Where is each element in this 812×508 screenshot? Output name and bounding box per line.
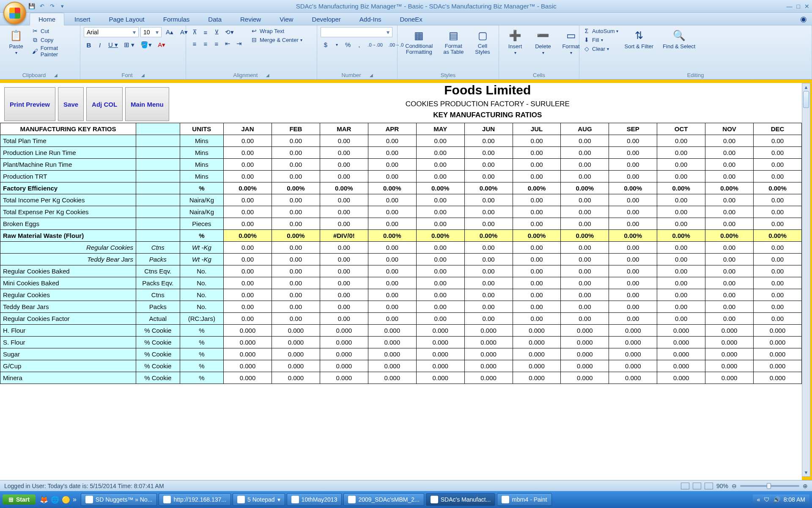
data-cell[interactable]: 0.00 [320,218,368,230]
taskbar-item[interactable]: 2009_SDAc'sMBM_2... [343,493,424,506]
data-cell[interactable]: 0.00 [224,301,272,313]
data-cell[interactable]: 0.000 [609,372,657,384]
data-cell[interactable]: 0.00 [416,254,464,265]
tab-addins[interactable]: Add-Ins [351,13,390,25]
data-cell[interactable]: 0.00 [561,194,609,206]
data-cell[interactable]: 0.00 [320,159,368,171]
data-cell[interactable]: 0.00% [657,182,705,194]
table-row[interactable]: Factory Efficiency%0.00%0.00%0.00%0.00%0… [0,182,802,194]
data-cell[interactable]: 0.00 [657,171,705,182]
tab-insert[interactable]: Insert [66,13,99,25]
table-row[interactable]: Teddy Bear JarsPacksWt -Kg0.000.000.000.… [0,254,802,265]
column-header[interactable]: FEB [272,123,320,135]
data-cell[interactable]: 0.00 [513,135,561,147]
data-cell[interactable]: 0.00 [272,313,320,325]
data-cell[interactable]: 0.00 [416,218,464,230]
autosum-button[interactable]: ΣAutoSum▾ [583,27,618,35]
data-cell[interactable]: 0.00 [705,171,754,182]
taskbar-item[interactable]: 10thMay2013 [287,493,342,506]
data-cell[interactable]: 0.00 [513,206,561,218]
column-header[interactable]: SEP [609,123,657,135]
data-cell[interactable]: 0.00% [464,182,513,194]
data-cell[interactable]: 0.00 [705,194,754,206]
taskbar-item[interactable]: SD Nuggets™ » No... [81,493,157,506]
data-cell[interactable]: 0.00 [464,206,513,218]
data-cell[interactable]: 0.000 [320,337,368,348]
data-cell[interactable]: 0.00 [657,313,705,325]
data-cell[interactable]: 0.000 [464,360,513,372]
data-cell[interactable]: 0.00 [513,265,561,277]
data-cell[interactable]: 0.00% [754,230,802,242]
data-cell[interactable]: 0.000 [416,337,464,348]
maximize-icon[interactable]: □ [797,3,800,10]
table-row[interactable]: Regular CookiesCtnsWt -Kg0.000.000.000.0… [0,242,802,254]
data-cell[interactable]: 0.00 [657,147,705,159]
data-cell[interactable]: 0.00 [416,159,464,171]
data-cell[interactable]: 0.00 [272,242,320,254]
table-row[interactable]: Production Line Run TimeMins0.000.000.00… [0,147,802,159]
data-cell[interactable]: 0.000 [224,348,272,360]
data-cell[interactable]: 0.000 [609,337,657,348]
data-cell[interactable]: 0.000 [464,337,513,348]
data-cell[interactable]: 0.00% [705,182,754,194]
office-button[interactable] [3,2,26,25]
data-cell[interactable]: 0.000 [609,348,657,360]
data-cell[interactable]: 0.00 [272,289,320,301]
data-cell[interactable]: 0.00 [609,135,657,147]
qat-more-icon[interactable]: ▾ [58,3,66,10]
normal-view-icon[interactable] [681,483,689,489]
data-cell[interactable]: 0.000 [513,348,561,360]
table-row[interactable]: Teddy Bear JarsPacksNo.0.000.000.000.000… [0,301,802,313]
data-cell[interactable]: 0.000 [609,360,657,372]
data-cell[interactable]: 0.00 [561,171,609,182]
data-cell[interactable]: 0.00 [416,289,464,301]
data-cell[interactable]: 0.00 [224,218,272,230]
data-cell[interactable]: 0.000 [416,348,464,360]
align-center-button[interactable]: ≡ [200,39,211,49]
dialog-launcher-icon[interactable]: ◢ [54,73,58,77]
data-cell[interactable]: 0.000 [416,372,464,384]
data-cell[interactable]: 0.00% [464,230,513,242]
data-cell[interactable]: 0.000 [464,372,513,384]
bold-button[interactable]: B [84,40,94,50]
data-cell[interactable]: 0.00 [561,277,609,289]
data-cell[interactable]: 0.00 [416,206,464,218]
data-cell[interactable]: 0.00% [368,182,416,194]
tray-icon[interactable]: 🔊 [773,496,780,503]
table-row[interactable]: Total Expense Per Kg CookiesNaira/Kg0.00… [0,206,802,218]
data-cell[interactable]: 0.00 [368,135,416,147]
data-cell[interactable]: 0.000 [657,348,705,360]
data-cell[interactable]: 0.000 [464,348,513,360]
column-header[interactable]: NOV [705,123,754,135]
data-cell[interactable]: 0.000 [609,325,657,337]
find-select-button[interactable]: 🔍Find & Select [659,27,699,51]
tray-icon[interactable]: 🛡 [764,496,770,503]
data-cell[interactable]: 0.00 [705,206,754,218]
data-cell[interactable]: 0.00 [320,277,368,289]
data-cell[interactable]: 0.00 [272,218,320,230]
data-cell[interactable]: 0.00 [224,289,272,301]
data-cell[interactable]: 0.00 [416,135,464,147]
data-cell[interactable]: 0.00 [657,254,705,265]
data-cell[interactable]: 0.000 [657,325,705,337]
data-cell[interactable]: 0.00 [513,159,561,171]
scroll-up-icon[interactable]: ▲ [802,83,810,91]
merge-center-button[interactable]: ⊟Merge & Center▾ [250,36,302,44]
data-cell[interactable]: 0.00 [561,301,609,313]
undo-icon[interactable]: ↶ [38,3,46,10]
data-cell[interactable]: 0.00% [416,182,464,194]
data-cell[interactable]: 0.00 [657,265,705,277]
italic-button[interactable]: I [95,40,105,50]
scroll-thumb[interactable] [803,91,809,108]
data-cell[interactable]: 0.000 [754,372,802,384]
data-cell[interactable]: 0.00 [513,194,561,206]
tab-formulas[interactable]: Formulas [155,13,198,25]
data-cell[interactable]: 0.000 [368,360,416,372]
data-cell[interactable]: 0.00 [320,265,368,277]
data-cell[interactable]: 0.00 [272,171,320,182]
data-cell[interactable]: 0.00 [609,218,657,230]
data-cell[interactable]: 0.00 [609,277,657,289]
data-cell[interactable]: 0.00 [320,313,368,325]
data-cell[interactable]: 0.00 [224,194,272,206]
column-header[interactable]: MAY [416,123,464,135]
